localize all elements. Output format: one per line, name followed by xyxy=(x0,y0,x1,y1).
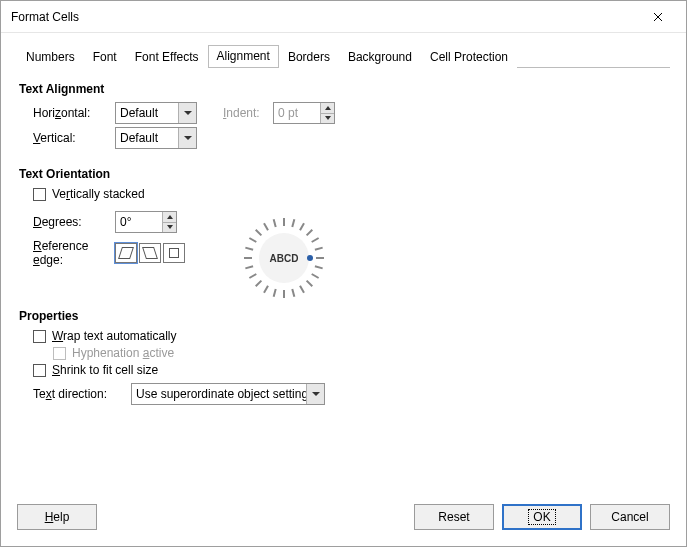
text-direction-label: Text direction: xyxy=(19,387,131,401)
tab-borders[interactable]: Borders xyxy=(279,46,339,68)
vertically-stacked-label: Vertically stacked xyxy=(52,187,145,201)
checkbox-icon xyxy=(33,188,46,201)
text-direction-select[interactable]: Use superordinate object settings xyxy=(131,383,325,405)
vertical-select[interactable]: Default xyxy=(115,127,197,149)
spin-up-icon xyxy=(321,103,334,114)
vertical-value: Default xyxy=(120,131,158,145)
degrees-value: 0° xyxy=(120,215,131,229)
ref-edge-inside[interactable] xyxy=(163,243,185,263)
help-button[interactable]: Help xyxy=(17,504,97,530)
shrink-label: Shrink to fit cell size xyxy=(52,363,158,377)
tab-alignment[interactable]: Alignment xyxy=(208,45,279,67)
indent-value: 0 pt xyxy=(278,106,298,120)
tab-cell-protection[interactable]: Cell Protection xyxy=(421,46,517,68)
format-cells-dialog: Format Cells Numbers Font Font Effects A… xyxy=(0,0,687,547)
titlebar: Format Cells xyxy=(1,1,686,33)
close-button[interactable] xyxy=(638,3,678,31)
horizontal-select[interactable]: Default xyxy=(115,102,197,124)
reference-edge-group xyxy=(115,243,185,263)
ref-edge-upper[interactable] xyxy=(139,243,161,263)
chevron-down-icon xyxy=(306,384,324,404)
degrees-spinner[interactable]: 0° xyxy=(115,211,177,233)
ref-edge-lower[interactable] xyxy=(115,243,137,263)
spin-down-icon[interactable] xyxy=(163,223,176,233)
tab-background[interactable]: Background xyxy=(339,46,421,68)
wrap-text-label: Wrap text automatically xyxy=(52,329,177,343)
wrap-text-checkbox[interactable]: Wrap text automatically xyxy=(19,329,668,343)
reset-label: Reset xyxy=(438,510,469,524)
checkbox-icon xyxy=(33,364,46,377)
tab-numbers[interactable]: Numbers xyxy=(17,46,84,68)
close-icon xyxy=(653,9,663,25)
ok-button[interactable]: OK xyxy=(502,504,582,530)
checkbox-icon xyxy=(53,347,66,360)
cancel-label: Cancel xyxy=(611,510,648,524)
horizontal-value: Default xyxy=(120,106,158,120)
reset-button[interactable]: Reset xyxy=(414,504,494,530)
window-title: Format Cells xyxy=(11,10,638,24)
orientation-dial[interactable]: ABCD xyxy=(239,213,329,303)
shrink-checkbox[interactable]: Shrink to fit cell size xyxy=(19,363,668,377)
dial-text: ABCD xyxy=(259,233,309,283)
chevron-down-icon xyxy=(178,128,196,148)
section-text-alignment: Text Alignment xyxy=(19,82,668,96)
vertically-stacked-checkbox[interactable]: Vertically stacked xyxy=(19,187,668,201)
ok-label: OK xyxy=(528,509,555,525)
vertical-label: Vertical: xyxy=(19,131,115,145)
indent-spinner: 0 pt xyxy=(273,102,335,124)
cancel-button[interactable]: Cancel xyxy=(590,504,670,530)
tab-strip: Numbers Font Font Effects Alignment Bord… xyxy=(17,45,670,68)
horizontal-label: Horizontal: xyxy=(19,106,115,120)
tab-font-effects[interactable]: Font Effects xyxy=(126,46,208,68)
tab-font[interactable]: Font xyxy=(84,46,126,68)
text-direction-value: Use superordinate object settings xyxy=(136,387,314,401)
help-label: Help xyxy=(45,510,70,524)
hyphenation-checkbox: Hyphenation active xyxy=(19,346,668,360)
spin-down-icon xyxy=(321,114,334,124)
spin-up-icon[interactable] xyxy=(163,212,176,223)
dial-handle-icon[interactable] xyxy=(307,255,313,261)
degrees-label: Degrees: xyxy=(19,215,115,229)
dialog-footer: Help Reset OK Cancel xyxy=(1,488,686,546)
hyphenation-label: Hyphenation active xyxy=(72,346,174,360)
chevron-down-icon xyxy=(178,103,196,123)
indent-label: Indent: xyxy=(223,106,273,120)
reference-edge-label: Reference edge: xyxy=(19,239,115,267)
section-text-orientation: Text Orientation xyxy=(19,167,668,181)
checkbox-icon xyxy=(33,330,46,343)
section-properties: Properties xyxy=(19,309,668,323)
dialog-content: Numbers Font Font Effects Alignment Bord… xyxy=(1,33,686,488)
tab-body: Text Alignment Horizontal: Default Inden… xyxy=(17,68,670,405)
